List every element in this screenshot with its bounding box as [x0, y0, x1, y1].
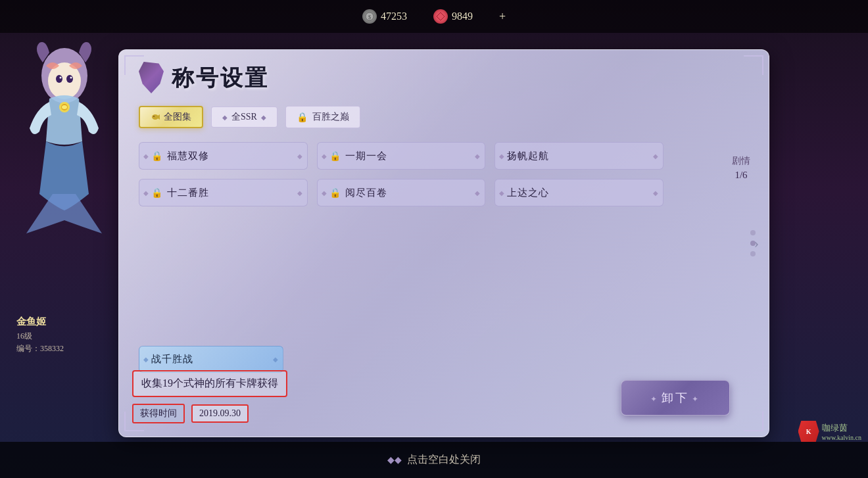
badge-shang-da-label: 上达之心	[507, 187, 549, 199]
badge-partial-row: 战千胜战	[139, 346, 663, 373]
filter-tab-hundred-wins-label: 百胜之巅	[312, 111, 349, 123]
badge-grid: 🔒 福慧双修 🔒 一期一会 扬帆起航 🔒 十二番胜 🔒 阅尽百卷 上达之心	[139, 142, 663, 206]
badge-lan-jin[interactable]: 🔒 阅尽百卷	[317, 179, 486, 206]
title-decoration-icon	[139, 62, 165, 95]
top-hud: $ 47253 9849 +	[0, 0, 868, 33]
scroll-dot-3	[750, 251, 756, 256]
info-description: 收集19个式神的所有卡牌获得	[132, 370, 287, 397]
diamond-right-icon: ◆	[261, 114, 266, 121]
watermark-brand: 咖绿茵	[822, 422, 861, 434]
badge-yang-fan-label: 扬帆起航	[507, 150, 549, 162]
info-panel: 收集19个式神的所有卡牌获得 获得时间 2019.09.30	[132, 370, 650, 423]
story-label: 剧情	[732, 155, 750, 167]
character-illustration	[7, 36, 122, 312]
svg-marker-2	[437, 12, 445, 20]
lock-icon-yi-qi: 🔒	[329, 149, 341, 162]
ink-brush-icon	[139, 62, 164, 93]
char-info-panel: 金鱼姬 16级 编号：358332	[16, 316, 122, 354]
add-resource-button[interactable]: +	[499, 10, 506, 24]
watermark: K 咖绿茵 www.kalvin.cn	[798, 421, 861, 442]
story-counter: 剧情 1/6	[732, 155, 750, 181]
svg-point-13	[153, 116, 155, 117]
gem-icon	[433, 9, 448, 24]
svg-point-8	[70, 77, 72, 79]
info-time-row: 获得时间 2019.09.30	[132, 404, 650, 423]
filter-tab-all-collection-label: 全图集	[164, 111, 191, 123]
filter-tabs-row: 全图集 ◆ 全SSR ◆ 🔒 百胜之巅	[139, 106, 360, 128]
gem-display: 9849	[433, 9, 473, 24]
watermark-url: www.kalvin.cn	[822, 434, 861, 441]
info-time-label: 获得时间	[132, 404, 185, 423]
badge-yi-qi-label: 一期一会	[345, 150, 387, 162]
char-name: 金鱼姬	[16, 316, 122, 328]
bottom-hint-text: 点击空白处关闭	[407, 453, 481, 467]
svg-point-11	[62, 105, 67, 109]
filter-tab-all-collection[interactable]: 全图集	[139, 106, 203, 128]
svg-point-6	[66, 75, 73, 83]
svg-point-12	[152, 114, 158, 120]
badge-shi-er[interactable]: 🔒 十二番胜	[139, 179, 308, 206]
lock-icon-fu-hui: 🔒	[151, 149, 163, 162]
coin-icon: $	[362, 9, 377, 24]
badge-yang-fan[interactable]: 扬帆起航	[494, 142, 663, 170]
hint-diamonds-left: ◆◆	[387, 454, 402, 466]
badge-fu-hui[interactable]: 🔒 福慧双修	[139, 142, 308, 170]
badge-lan-jin-label: 阅尽百卷	[345, 187, 387, 199]
panel-corner-br	[744, 412, 763, 431]
char-level: 16级	[16, 331, 122, 342]
lock-icon-shi-er: 🔒	[151, 186, 163, 199]
svg-point-5	[56, 75, 62, 83]
badge-yi-qi[interactable]: 🔒 一期一会	[317, 142, 486, 170]
nav-arrow-right[interactable]: ›	[754, 235, 759, 252]
story-count: 1/6	[732, 170, 750, 181]
coin-display: $ 47253	[362, 9, 407, 24]
lock-icon-lan-jin: 🔒	[329, 186, 341, 199]
coin-value: 47253	[381, 11, 407, 22]
badge-fu-hui-label: 福慧双修	[167, 150, 209, 162]
watermark-logo-shape: K	[798, 421, 819, 442]
svg-point-7	[60, 77, 62, 79]
bottom-hint-bar: ◆◆ 点击空白处关闭	[0, 442, 868, 478]
char-id: 编号：358332	[16, 343, 122, 354]
badge-shi-er-label: 十二番胜	[167, 187, 209, 199]
watermark-text-group: 咖绿茵 www.kalvin.cn	[822, 422, 861, 441]
diamond-left-icon: ◆	[222, 114, 228, 121]
filter-tab-all-ssr-label: 全SSR	[231, 111, 257, 123]
bottom-hint: ◆◆ 点击空白处关闭	[387, 453, 481, 467]
lock-icon-1: 🔒	[297, 110, 308, 124]
badge-shang-da[interactable]: 上达之心	[494, 179, 663, 206]
filter-tab-hundred-wins[interactable]: 🔒 百胜之巅	[285, 106, 360, 128]
filter-tab-all-ssr[interactable]: ◆ 全SSR ◆	[211, 107, 277, 128]
panel-title-text: 称号设置	[172, 63, 269, 93]
gem-value: 9849	[452, 11, 473, 22]
svg-text:$: $	[368, 14, 371, 20]
badge-partial-1-label: 战千胜战	[151, 353, 193, 366]
badge-partial-1[interactable]: 战千胜战	[139, 346, 283, 373]
unequip-button[interactable]: 卸下	[621, 380, 730, 416]
panel-title: 称号设置	[139, 62, 269, 95]
panel-corner-tr	[744, 55, 763, 75]
title-settings-panel: 称号设置 全图集 ◆ 全SSR ◆ 🔒 百胜之巅 🔒 福慧双修	[118, 49, 769, 437]
info-time-value: 2019.09.30	[191, 404, 249, 423]
fish-icon	[151, 112, 160, 122]
